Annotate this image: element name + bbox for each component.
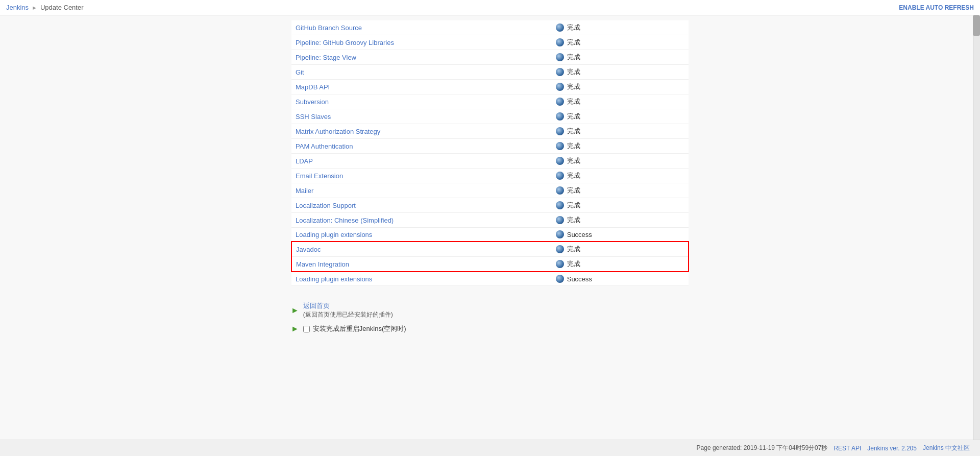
plugin-status: 完成 bbox=[552, 80, 689, 94]
plugin-name: Pipeline: Stage View bbox=[291, 50, 552, 65]
plugin-name: SSH Slaves bbox=[291, 109, 552, 124]
plugin-status: 完成 bbox=[552, 169, 689, 183]
table-row: MapDB API完成 bbox=[291, 80, 689, 94]
plugin-name: Maven Integration bbox=[291, 257, 552, 272]
plugin-name: Loading plugin extensions bbox=[291, 272, 552, 286]
status-ball-icon bbox=[556, 201, 564, 209]
status-text: 完成 bbox=[567, 156, 580, 165]
status-text: 完成 bbox=[567, 127, 580, 136]
return-home-sub: (返回首页使用已经安装好的插件) bbox=[303, 311, 393, 318]
status-text: 完成 bbox=[567, 171, 580, 180]
restart-checkbox[interactable] bbox=[303, 326, 310, 332]
plugin-status: Success bbox=[552, 272, 689, 286]
plugin-status: 完成 bbox=[552, 139, 689, 154]
plugin-status: 完成 bbox=[552, 257, 689, 272]
table-row: Mailer完成 bbox=[291, 183, 689, 198]
rest-api-link[interactable]: REST API bbox=[834, 445, 861, 452]
table-row: Pipeline: Stage View完成 bbox=[291, 50, 689, 65]
status-text: 完成 bbox=[567, 23, 580, 32]
status-ball-icon bbox=[556, 68, 564, 76]
status-text: 完成 bbox=[567, 97, 580, 106]
restart-label: 安装完成后重启Jenkins(空闲时) bbox=[313, 324, 406, 333]
status-text: 完成 bbox=[567, 141, 580, 151]
plugin-status: 完成 bbox=[552, 109, 689, 124]
table-row: Localization Support完成 bbox=[291, 198, 689, 213]
plugin-table: GitHub Branch Source完成Pipeline: GitHub G… bbox=[291, 20, 689, 286]
status-ball-icon bbox=[556, 98, 564, 106]
status-ball-icon bbox=[556, 275, 564, 283]
status-text: 完成 bbox=[567, 259, 580, 269]
plugin-name: Git bbox=[291, 65, 552, 80]
breadcrumb: Jenkins ► Update Center bbox=[6, 4, 84, 11]
arrow-icon-2: ► bbox=[291, 324, 299, 333]
plugin-name: Localization: Chinese (Simplified) bbox=[291, 213, 552, 228]
enable-auto-refresh-link[interactable]: ENABLE AUTO REFRESH bbox=[899, 4, 974, 11]
status-text: 完成 bbox=[567, 245, 580, 254]
status-text: 完成 bbox=[567, 67, 580, 77]
plugin-status: 完成 bbox=[552, 35, 689, 50]
plugin-status: 完成 bbox=[552, 65, 689, 80]
table-row: Matrix Authorization Strategy完成 bbox=[291, 124, 689, 139]
plugin-name: Loading plugin extensions bbox=[291, 228, 552, 242]
status-ball-icon bbox=[556, 142, 564, 150]
plugin-status: 完成 bbox=[552, 20, 689, 35]
status-ball-icon bbox=[556, 38, 564, 46]
status-ball-icon bbox=[556, 112, 564, 121]
table-row: GitHub Branch Source完成 bbox=[291, 20, 689, 35]
table-row: Email Extension完成 bbox=[291, 169, 689, 183]
status-text: 完成 bbox=[567, 186, 580, 195]
status-ball-icon bbox=[556, 230, 564, 238]
table-row: LDAP完成 bbox=[291, 154, 689, 169]
page-generated-text: Page generated: 2019-11-19 下午04时59分07秒 bbox=[697, 444, 828, 452]
return-home-row: ► 返回首页 (返回首页使用已经安装好的插件) bbox=[291, 301, 689, 319]
restart-row: ► 安装完成后重启Jenkins(空闲时) bbox=[291, 324, 689, 333]
table-row: PAM Authentication完成 bbox=[291, 139, 689, 154]
table-row: Loading plugin extensionsSuccess bbox=[291, 272, 689, 286]
table-row: Maven Integration完成 bbox=[291, 257, 689, 272]
jenkins-community-link[interactable]: Jenkins 中文社区 bbox=[923, 444, 970, 452]
scrollbar-thumb[interactable] bbox=[973, 15, 980, 36]
plugin-status: 完成 bbox=[552, 94, 689, 109]
plugin-name: Mailer bbox=[291, 183, 552, 198]
plugin-status: 完成 bbox=[552, 242, 689, 257]
return-home-block: 返回首页 (返回首页使用已经安装好的插件) bbox=[303, 301, 393, 319]
status-ball-icon bbox=[556, 245, 564, 253]
scrollbar[interactable] bbox=[973, 15, 980, 441]
plugin-status: Success bbox=[552, 228, 689, 242]
status-ball-icon bbox=[556, 127, 564, 135]
plugin-name: PAM Authentication bbox=[291, 139, 552, 154]
plugin-name: Matrix Authorization Strategy bbox=[291, 124, 552, 139]
arrow-icon: ► bbox=[291, 306, 299, 315]
status-bar: Page generated: 2019-11-19 下午04时59分07秒 R… bbox=[0, 440, 980, 456]
status-text: 完成 bbox=[567, 82, 580, 91]
breadcrumb-separator: ► bbox=[32, 5, 37, 11]
plugin-name: LDAP bbox=[291, 154, 552, 169]
plugin-status: 完成 bbox=[552, 213, 689, 228]
table-row: Pipeline: GitHub Groovy Libraries完成 bbox=[291, 35, 689, 50]
main-content: GitHub Branch Source完成Pipeline: GitHub G… bbox=[0, 15, 980, 441]
status-ball-icon bbox=[556, 186, 564, 195]
plugin-status: 完成 bbox=[552, 124, 689, 139]
jenkins-ver-link[interactable]: Jenkins ver. 2.205 bbox=[867, 445, 917, 452]
status-text: Success bbox=[567, 231, 592, 238]
status-ball-icon bbox=[556, 157, 564, 165]
plugin-name: GitHub Branch Source bbox=[291, 20, 552, 35]
plugin-name: Subversion bbox=[291, 94, 552, 109]
jenkins-link[interactable]: Jenkins bbox=[6, 4, 29, 11]
plugin-name: MapDB API bbox=[291, 80, 552, 94]
status-ball-icon bbox=[556, 260, 564, 268]
status-text: 完成 bbox=[567, 112, 580, 121]
status-ball-icon bbox=[556, 172, 564, 180]
return-home-link[interactable]: 返回首页 bbox=[303, 302, 330, 309]
plugin-status: 完成 bbox=[552, 154, 689, 169]
table-row: Javadoc完成 bbox=[291, 242, 689, 257]
table-row: SSH Slaves完成 bbox=[291, 109, 689, 124]
plugin-name: Pipeline: GitHub Groovy Libraries bbox=[291, 35, 552, 50]
plugin-status: 完成 bbox=[552, 198, 689, 213]
status-ball-icon bbox=[556, 53, 564, 61]
plugin-list: GitHub Branch Source完成Pipeline: GitHub G… bbox=[291, 20, 689, 286]
status-text: Success bbox=[567, 275, 592, 283]
plugin-status: 完成 bbox=[552, 183, 689, 198]
status-ball-icon bbox=[556, 216, 564, 224]
status-text: 完成 bbox=[567, 201, 580, 210]
